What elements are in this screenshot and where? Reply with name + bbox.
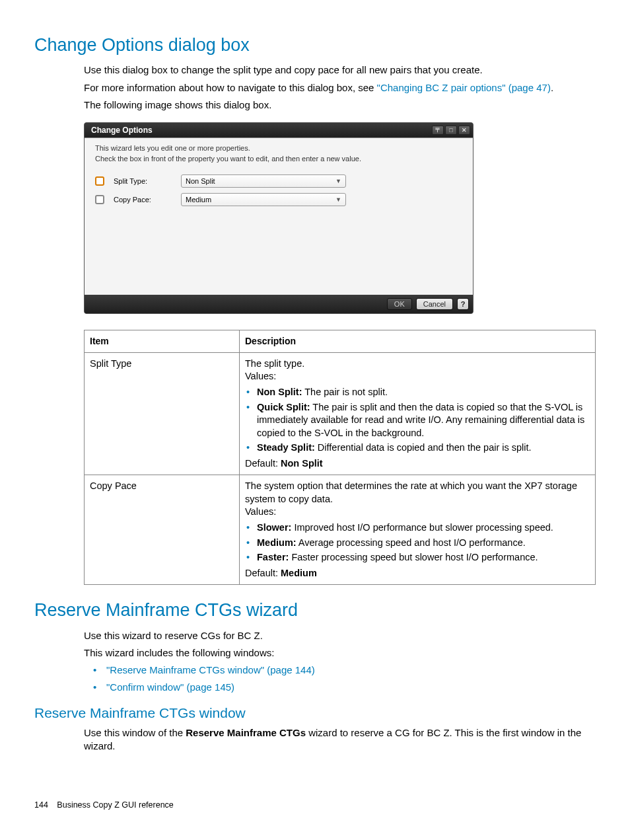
dialog-title: Change Options	[91, 125, 153, 135]
description-table: Item Description Split Type The split ty…	[84, 330, 596, 585]
text: Medium	[281, 568, 317, 578]
help-button[interactable]: ?	[457, 298, 469, 310]
text: Default: Medium	[245, 567, 590, 580]
minimize-icon[interactable]: 〒	[432, 126, 444, 135]
para: Use this wizard to reserve CGs for BC Z.	[84, 629, 596, 642]
close-icon[interactable]: ✕	[458, 126, 470, 135]
dialog-intro: This wizard lets you edit one or more pr…	[95, 143, 462, 153]
text: Differential data is copied and then the…	[315, 442, 532, 453]
dialog-intro: Check the box in front of the property y…	[95, 154, 462, 164]
col-header-item: Item	[85, 330, 240, 352]
link-reserve-mainframe-ctgs-window[interactable]: "Reserve Mainframe CTGs window" (page 14…	[106, 664, 315, 675]
text: Default:	[245, 568, 281, 578]
dialog-body: This wizard lets you edit one or more pr…	[85, 137, 473, 295]
col-header-description: Description	[240, 330, 596, 352]
text: Average processing speed and host I/O pe…	[297, 537, 526, 548]
text: .	[551, 82, 553, 93]
table-row: Split Type The split type. Values: Non S…	[85, 352, 596, 475]
text: Default:	[245, 458, 281, 469]
dialog-footer: OK Cancel ?	[85, 295, 473, 313]
checkbox-split-type[interactable]	[95, 176, 104, 186]
heading-reserve-mainframe-ctgs-window: Reserve Mainframe CTGs window	[34, 704, 596, 722]
dropdown-split-type[interactable]: Non Split ▼	[181, 174, 346, 188]
heading-reserve-mainframe-ctgs-wizard: Reserve Mainframe CTGs wizard	[34, 598, 596, 622]
form-row-split-type: Split Type: Non Split ▼	[95, 172, 462, 190]
para: Use this dialog box to change the split …	[84, 63, 596, 77]
text: Default: Non Split	[245, 457, 590, 471]
list-item: Non Split: The pair is not split.	[245, 386, 590, 399]
list-item: Quick Split: The pair is split and then …	[245, 401, 590, 440]
text: The system option that determines the ra…	[245, 480, 590, 506]
para: For more information about how to naviga…	[84, 81, 596, 95]
label-copy-pace: Copy Pace:	[114, 195, 172, 205]
heading-change-options: Change Options dialog box	[34, 33, 596, 57]
para: Use this window of the Reserve Mainframe…	[84, 726, 596, 753]
text: Reserve Mainframe CTGs	[186, 727, 306, 738]
form-row-copy-pace: Copy Pace: Medium ▼	[95, 190, 462, 209]
list-item: "Confirm window" (page 145)	[84, 681, 596, 694]
checkbox-copy-pace[interactable]	[95, 195, 104, 204]
change-options-dialog: Change Options 〒 □ ✕ This wizard lets yo…	[84, 122, 473, 314]
ok-button[interactable]: OK	[387, 298, 412, 310]
list-item: Steady Split: Differential data is copie…	[245, 441, 590, 455]
text: Non Split	[281, 458, 323, 469]
text: Medium:	[257, 537, 297, 548]
list-item: Medium: Average processing speed and hos…	[245, 537, 590, 550]
link-confirm-window[interactable]: "Confirm window" (page 145)	[106, 681, 234, 693]
dropdown-value: Non Split	[186, 176, 215, 186]
link-changing-bc-z-pair-options[interactable]: "Changing BC Z pair options" (page 47)	[377, 82, 551, 93]
page-number: 144	[34, 800, 48, 811]
dropdown-copy-pace[interactable]: Medium ▼	[181, 193, 346, 206]
list-item: Slower: Improved host I/O performance bu…	[245, 521, 590, 535]
para: The following image shows this dialog bo…	[84, 98, 596, 112]
list-item: "Reserve Mainframe CTGs window" (page 14…	[84, 664, 596, 677]
page-footer: 144 Business Copy Z GUI reference	[34, 800, 596, 811]
text: Slower:	[257, 522, 291, 533]
maximize-icon[interactable]: □	[445, 126, 457, 135]
text: The split type.	[245, 358, 590, 371]
text: Values:	[245, 370, 590, 383]
cell-item: Split Type	[85, 352, 240, 475]
cell-desc: The split type. Values: Non Split: The p…	[240, 352, 596, 475]
text: Non Split:	[257, 387, 302, 397]
text: Improved host I/O performance but slower…	[291, 522, 553, 533]
text: Faster processing speed but slower host …	[289, 552, 538, 562]
para: This wizard includes the following windo…	[84, 646, 596, 660]
cancel-button[interactable]: Cancel	[416, 298, 453, 310]
text: Steady Split:	[257, 442, 315, 453]
text: Quick Split:	[257, 402, 310, 412]
cell-item: Copy Pace	[85, 475, 240, 585]
footer-title: Business Copy Z GUI reference	[57, 800, 173, 810]
text: The pair is not split.	[302, 387, 388, 397]
text: Use this window of the	[84, 727, 186, 738]
chevron-down-icon: ▼	[335, 177, 341, 185]
text: For more information about how to naviga…	[84, 82, 377, 93]
table-row: Copy Pace The system option that determi…	[85, 475, 596, 585]
list-item: Faster: Faster processing speed but slow…	[245, 551, 590, 564]
text: Values:	[245, 506, 590, 519]
dialog-titlebar: Change Options 〒 □ ✕	[85, 123, 473, 137]
cell-desc: The system option that determines the ra…	[240, 475, 596, 585]
label-split-type: Split Type:	[114, 176, 172, 186]
text: Faster:	[257, 552, 289, 562]
chevron-down-icon: ▼	[335, 196, 341, 204]
dropdown-value: Medium	[186, 195, 211, 205]
